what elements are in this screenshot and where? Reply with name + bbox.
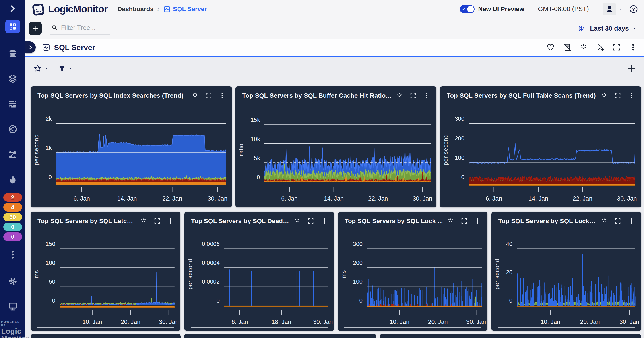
dashboard-chart-icon	[42, 43, 50, 52]
svg-text:100: 100	[46, 259, 55, 266]
filter-tree-input[interactable]	[60, 24, 109, 32]
kebab-menu-icon[interactable]	[219, 92, 226, 99]
svg-text:18. Jan: 18. Jan	[272, 318, 291, 325]
chart-canvas[interactable]: 05010015010. Jan20. Jan30. Janms	[31, 212, 180, 331]
chart-actions	[396, 92, 430, 99]
sidebar-item-remote-session[interactable]	[8, 301, 18, 311]
kebab-menu-icon[interactable]	[628, 92, 635, 99]
breadcrumb-dashboards[interactable]: Dashboards	[118, 6, 154, 13]
kebab-menu-icon[interactable]	[167, 217, 174, 224]
fullscreen-icon[interactable]	[410, 92, 416, 99]
chart-title: Top SQL Servers by SQL Deadl...	[191, 217, 290, 225]
chart-canvas[interactable]: 01002003006. Jan14. Jan22. Jan30. Janper…	[440, 86, 641, 207]
funnel-icon	[58, 65, 66, 73]
favorite-heart-icon[interactable]	[546, 43, 555, 52]
svg-text:100: 100	[455, 154, 464, 161]
chart-card-deadlocks: Top SQL Servers by SQL Deadl... 00.00020…	[184, 212, 334, 331]
widget-filter[interactable]	[58, 65, 72, 73]
add-dashboard-button[interactable]	[29, 22, 42, 35]
dots-chevron-icon[interactable]	[579, 43, 588, 52]
svg-text:22. Jan: 22. Jan	[573, 195, 592, 202]
dashboards-icon	[8, 22, 18, 32]
svg-text:30. Jan: 30. Jan	[313, 318, 333, 325]
powered-by-label: POWERED BY	[1, 320, 24, 326]
new-ui-toggle[interactable]: ✓	[460, 5, 474, 13]
kebab-menu-icon[interactable]	[629, 43, 637, 52]
time-range-selector[interactable]: Last 30 days	[578, 24, 636, 33]
fullscreen-icon[interactable]	[614, 92, 621, 99]
sidebar-item-alerts[interactable]	[8, 174, 18, 185]
kebab-menu-icon[interactable]	[474, 217, 481, 224]
fullscreen-icon[interactable]	[612, 43, 621, 52]
svg-text:30. Jan: 30. Jan	[412, 195, 432, 202]
monitor-icon	[8, 301, 18, 311]
favorites-filter[interactable]	[34, 64, 48, 73]
fullscreen-icon[interactable]	[614, 217, 621, 224]
dots-chevron-icon[interactable]	[294, 217, 300, 224]
chart-canvas[interactable]: 00.00020.00040.00066. Jan18. Jan30. Janp…	[184, 212, 334, 331]
main-area: LogicMonitor Dashboards › SQL Server ✓ N…	[26, 0, 644, 338]
alert-badge-critical[interactable]: 2	[3, 193, 22, 202]
svg-text:15k: 15k	[251, 116, 260, 123]
sidebar-item-resources[interactable]	[8, 49, 18, 59]
help-icon[interactable]	[629, 5, 638, 14]
chart-card-lock-timeouts: Top SQL Servers by SQL Lock T... 0204010…	[492, 212, 641, 331]
alert-badge-error[interactable]: 4	[3, 203, 22, 211]
user-menu[interactable]	[602, 3, 622, 16]
plus-icon	[32, 25, 39, 32]
alert-badge-warning[interactable]: 50	[3, 213, 22, 221]
fast-forward-icon	[578, 24, 586, 33]
chevron-down-icon	[618, 8, 622, 11]
dots-chevron-icon[interactable]	[601, 217, 608, 224]
svg-text:5k: 5k	[254, 155, 260, 161]
chart-actions	[192, 92, 226, 99]
chart-canvas[interactable]: 010020030010. Jan20. Jan30. Janms	[338, 212, 488, 331]
sidebar-item-settings[interactable]	[8, 276, 18, 286]
avatar	[602, 3, 616, 16]
breadcrumb-separator-icon: ›	[157, 5, 160, 13]
kebab-menu-icon[interactable]	[423, 92, 430, 99]
expand-sidebar-icon[interactable]	[8, 4, 18, 14]
filter-tree-search[interactable]	[50, 22, 110, 35]
svg-text:ms: ms	[33, 270, 40, 278]
dashboard-canvas: Top SQL Servers by SQL Index Searches (T…	[26, 80, 644, 338]
report-off-icon[interactable]	[563, 43, 571, 52]
flame-icon	[8, 174, 18, 185]
dots-chevron-icon[interactable]	[601, 92, 608, 99]
chart-canvas[interactable]: 0204010. Jan20. Jan30. Janper second	[492, 212, 641, 331]
sidebar-more-menu[interactable]	[8, 249, 18, 260]
logicmonitor-logo[interactable]: LogicMonitor	[31, 2, 108, 16]
svg-text:0: 0	[461, 174, 464, 180]
add-widget-icon[interactable]	[627, 64, 636, 73]
kebab-menu-icon[interactable]	[321, 217, 328, 224]
dashboard-header: SQL Server	[26, 39, 644, 57]
breadcrumb-current[interactable]: SQL Server	[163, 5, 207, 13]
sidebar-item-traces[interactable]	[8, 124, 18, 134]
divider	[596, 4, 596, 14]
fullscreen-icon[interactable]	[154, 217, 160, 224]
play-add-icon[interactable]	[596, 43, 604, 52]
sidebar-item-logs[interactable]	[8, 99, 18, 109]
dots-chevron-icon[interactable]	[447, 217, 454, 224]
dots-chevron-icon[interactable]	[140, 217, 147, 224]
expand-panel-button[interactable]	[26, 42, 36, 53]
chart-canvas[interactable]: 01k2k6. Jan14. Jan22. Jan30. Janper seco…	[31, 86, 232, 207]
alert-badge-info[interactable]: 0	[3, 223, 22, 231]
chart-canvas[interactable]: 05k10k15k6. Jan14. Jan22. Jan30. Janrati…	[236, 86, 436, 207]
kebab-menu-icon[interactable]	[628, 217, 635, 224]
svg-text:per second: per second	[494, 259, 500, 289]
check-icon: ✓	[462, 7, 466, 12]
dots-chevron-icon[interactable]	[192, 92, 198, 99]
dots-chevron-icon[interactable]	[396, 92, 403, 99]
sidebar-item-websites[interactable]	[8, 74, 18, 84]
chart-actions	[601, 217, 635, 224]
sidebar-item-mapping[interactable]	[8, 149, 18, 160]
chevron-down-icon	[633, 27, 636, 30]
sidebar-item-dashboards[interactable]	[5, 20, 20, 34]
fullscreen-icon[interactable]	[205, 92, 212, 99]
logs-icon	[8, 99, 18, 109]
fullscreen-icon[interactable]	[461, 217, 468, 224]
dashboard-actions	[546, 43, 644, 52]
alert-badge-other[interactable]: 0	[3, 232, 22, 241]
fullscreen-icon[interactable]	[307, 217, 314, 224]
